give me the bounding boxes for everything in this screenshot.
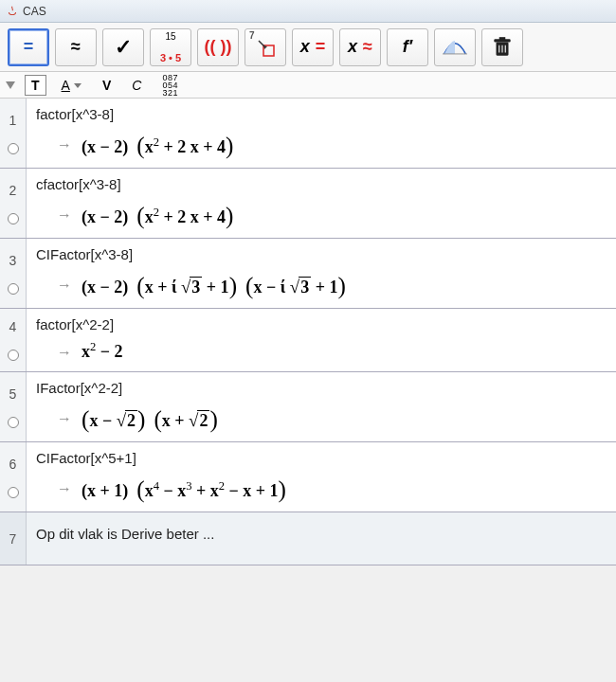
java-icon (6, 5, 19, 18)
row-number: 4 (9, 319, 17, 334)
output-expression: x2 − 2 (82, 342, 123, 362)
output-expression: (x + 1) (x4 − x3 + x2 − x + 1) (82, 476, 286, 502)
cas-row[interactable]: 1factor[x^3-8]→(x − 2) (x2 + 2 x + 4) (0, 99, 616, 169)
row-input[interactable]: Op dit vlak is Derive beter ... (36, 526, 607, 542)
row-marble[interactable] (8, 417, 19, 428)
output-arrow-icon: → (57, 344, 72, 361)
solve-numeric-button[interactable]: x≈ (339, 28, 381, 66)
keep-input-button[interactable]: ✓ (102, 28, 144, 66)
row-marble[interactable] (8, 213, 19, 224)
row-output: →(x + 1) (x4 − x3 + x2 − x + 1) (36, 476, 607, 502)
output-expression: (x − 2) (x + ί √3 + 1) (x − ί √3 + 1) (82, 272, 346, 298)
row-gutter[interactable]: 4 (0, 309, 27, 371)
row-gutter[interactable]: 2 (0, 169, 27, 238)
row-input[interactable]: factor[x^2-2] (36, 316, 607, 332)
row-gutter[interactable]: 1 (0, 99, 27, 168)
bold-button[interactable]: V (97, 76, 117, 95)
row-gutter[interactable]: 5 (0, 372, 27, 441)
row-marble[interactable] (8, 283, 19, 295)
row-output: →(x − 2) (x2 + 2 x + 4) (36, 202, 607, 228)
row-number: 6 (9, 457, 17, 472)
row-input[interactable]: CIFactor[x^3-8] (36, 246, 607, 262)
row-cell[interactable]: Op dit vlak is Derive beter ... (27, 512, 616, 565)
output-arrow-icon: → (57, 410, 72, 427)
row-input[interactable]: cfactor[x^3-8] (36, 176, 607, 192)
cas-row[interactable]: 6CIFactor[x^5+1]→(x + 1) (x4 − x3 + x2 −… (0, 442, 616, 512)
output-arrow-icon: → (57, 206, 72, 224)
delete-button[interactable] (481, 28, 523, 66)
cas-row[interactable]: 7Op dit vlak is Derive beter ... (0, 512, 616, 565)
svg-rect-6 (499, 37, 506, 40)
font-dropdown[interactable]: A (56, 76, 87, 95)
cas-row[interactable]: 3CIFactor[x^3-8]→(x − 2) (x + ί √3 + 1) … (0, 239, 616, 309)
derivative-button[interactable]: f′ (387, 28, 428, 66)
row-number: 1 (9, 113, 17, 128)
row-number: 7 (9, 531, 17, 547)
cas-rows: 1factor[x^3-8]→(x − 2) (x2 + 2 x + 4)2cf… (0, 99, 616, 565)
numeric-button[interactable]: ≈ (55, 28, 97, 66)
solve-button[interactable]: x= (292, 28, 334, 66)
row-output: →(x − √2) (x + √2) (36, 405, 607, 432)
text-mode-button[interactable]: T (25, 75, 46, 96)
row-number: 5 (9, 386, 17, 402)
output-expression: (x − √2) (x + √2) (82, 405, 218, 432)
collapse-icon[interactable] (6, 81, 15, 89)
row-gutter[interactable]: 3 (0, 239, 27, 308)
output-arrow-icon: → (57, 277, 72, 294)
row-cell[interactable]: IFactor[x^2-2]→(x − √2) (x + √2) (27, 372, 616, 441)
row-number: 2 (9, 183, 17, 198)
row-marble[interactable] (8, 350, 19, 361)
paragraph-button[interactable]: 0 8 70 5 43 2 1 (156, 72, 182, 99)
cas-row[interactable]: 2cfactor[x^3-8]→(x − 2) (x2 + 2 x + 4) (0, 169, 616, 239)
italic-button[interactable]: C (126, 76, 147, 95)
probability-button[interactable] (434, 28, 476, 66)
factor-button[interactable]: 15 3 • 5 (150, 28, 191, 66)
cas-row[interactable]: 4factor[x^2-2]→x2 − 2 (0, 309, 616, 372)
output-arrow-icon: → (57, 136, 72, 153)
row-gutter[interactable]: 6 (0, 442, 27, 512)
row-marble[interactable] (8, 143, 19, 154)
output-arrow-icon: → (57, 480, 72, 497)
cas-row[interactable]: 5IFactor[x^2-2]→(x − √2) (x + √2) (0, 372, 616, 442)
row-output: →x2 − 2 (36, 342, 607, 362)
row-cell[interactable]: factor[x^3-8]→(x − 2) (x2 + 2 x + 4) (27, 99, 616, 168)
expand-button[interactable]: (( )) (197, 28, 239, 66)
main-toolbar: = ≈ ✓ 15 3 • 5 (( )) 7 x= x≈ f′ (0, 23, 616, 72)
substitute-button[interactable]: 7 (245, 28, 286, 66)
row-output: →(x − 2) (x2 + 2 x + 4) (36, 132, 607, 158)
row-output: →(x − 2) (x + ί √3 + 1) (x − ί √3 + 1) (36, 272, 607, 298)
window-title: CAS (23, 5, 46, 18)
style-bar: T A V C 0 8 70 5 43 2 1 (0, 72, 616, 99)
row-input[interactable]: factor[x^3-8] (36, 106, 607, 122)
titlebar: CAS (0, 0, 616, 23)
row-cell[interactable]: CIFactor[x^3-8]→(x − 2) (x + ί √3 + 1) (… (27, 239, 616, 308)
row-marble[interactable] (8, 487, 19, 498)
row-cell[interactable]: factor[x^2-2]→x2 − 2 (27, 309, 616, 371)
output-expression: (x − 2) (x2 + 2 x + 4) (82, 202, 233, 228)
row-input[interactable]: CIFactor[x^5+1] (36, 450, 607, 466)
row-input[interactable]: IFactor[x^2-2] (36, 380, 607, 396)
evaluate-button[interactable]: = (8, 28, 49, 66)
row-gutter[interactable]: 7 (0, 512, 27, 565)
row-cell[interactable]: CIFactor[x^5+1]→(x + 1) (x4 − x3 + x2 − … (27, 442, 616, 512)
row-cell[interactable]: cfactor[x^3-8]→(x − 2) (x2 + 2 x + 4) (27, 169, 616, 238)
row-number: 3 (9, 253, 17, 268)
output-expression: (x − 2) (x2 + 2 x + 4) (82, 132, 233, 158)
